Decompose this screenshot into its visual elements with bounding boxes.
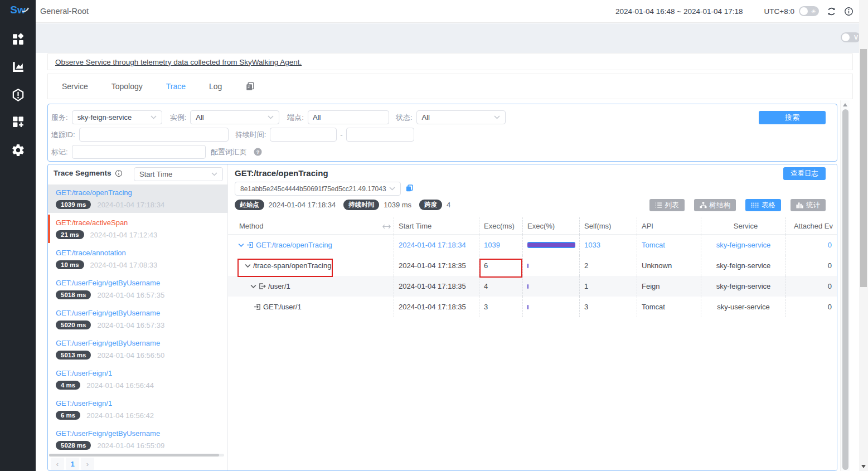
theme-toggle-knob xyxy=(800,7,808,15)
segment-endpoint-link[interactable]: GET:/trace/activeSpan xyxy=(56,218,222,227)
span-start-time: 2024-01-04 17:18:35 xyxy=(394,255,479,276)
scroll-up-arrow-icon[interactable] xyxy=(843,103,847,106)
analytics-icon[interactable] xyxy=(10,59,26,74)
tab-trace[interactable]: Trace xyxy=(166,82,186,91)
list-icon xyxy=(655,202,662,208)
span-row[interactable]: /trace-span/openTracing2024-01-04 17:18:… xyxy=(228,255,837,276)
segment-meta: 10 ms2024-01-04 17:08:33 xyxy=(56,260,222,269)
alerts-icon[interactable] xyxy=(10,87,26,103)
widgets-icon[interactable] xyxy=(10,114,26,129)
view-button-list[interactable]: 列表 xyxy=(649,199,685,211)
span-row[interactable]: GET:/trace/openTracing2024-01-04 17:18:3… xyxy=(228,235,837,255)
trace-segment-item[interactable]: GET:/trace/annotation10 ms2024-01-04 17:… xyxy=(48,245,227,273)
duration-min-input[interactable] xyxy=(270,128,337,142)
segment-endpoint-link[interactable]: GET:/trace/openTracing xyxy=(56,188,222,197)
segments-list: GET:/trace/openTracing1039 ms2024-01-04 … xyxy=(48,184,227,455)
instance-select[interactable]: All xyxy=(190,110,279,124)
sort-select[interactable]: Start Time xyxy=(134,167,223,181)
question-icon[interactable]: ? xyxy=(254,148,262,156)
chevron-down-icon[interactable] xyxy=(250,284,256,289)
trace-segment-item[interactable]: GET:/trace/activeSpan21 ms2024-01-04 17:… xyxy=(48,215,227,243)
span-exec-ms: 6 xyxy=(479,255,523,276)
trace-id-select[interactable]: 8e1abb5e245c4444b50691f75ed5cc21.49.1704… xyxy=(235,182,401,196)
span-table: MethodStart TimeExec(ms)Exec(%)Self(ms)A… xyxy=(228,217,837,317)
segment-endpoint-link[interactable]: GET:/userFeign/getByUsername xyxy=(56,429,222,438)
span-method-label[interactable]: /trace-span/openTracing xyxy=(253,261,331,270)
duration-badge: 1039 ms xyxy=(56,200,91,209)
observe-service-link[interactable]: Observe Service through telemetry data c… xyxy=(55,58,302,66)
info-icon[interactable] xyxy=(844,7,854,16)
refresh-icon[interactable] xyxy=(827,7,836,16)
tab-log[interactable]: Log xyxy=(209,82,222,91)
view-button-table[interactable]: 表格 xyxy=(745,199,781,211)
segment-endpoint-link[interactable]: GET:/userFeign/getByUsername xyxy=(56,279,222,287)
view-button-stats[interactable]: 统计 xyxy=(791,199,826,211)
info-icon[interactable] xyxy=(115,169,123,177)
trace-segment-item[interactable]: GET:/userFeign/getByUsername5013 ms2024-… xyxy=(48,335,227,363)
entry-span-icon xyxy=(246,241,254,249)
service-select[interactable]: sky-feign-service xyxy=(72,110,162,124)
span-service: sky-user-service xyxy=(701,297,786,317)
segment-endpoint-link[interactable]: GET:/userFeign/1 xyxy=(56,399,222,407)
span-method-label[interactable]: /user/1 xyxy=(268,282,290,290)
current-page[interactable]: 1 xyxy=(66,458,79,470)
trace-segment-item[interactable]: GET:/userFeign/getByUsername5020 ms2024-… xyxy=(48,305,227,333)
span-method-label[interactable]: GET:/trace/openTracing xyxy=(256,241,332,249)
segment-meta: 5018 ms2024-01-04 16:57:35 xyxy=(56,290,222,299)
endpoint-input[interactable] xyxy=(308,110,389,124)
column-header-service: Service xyxy=(701,217,786,235)
toolbar-strip: V xyxy=(36,23,868,53)
view-button-tree[interactable]: 树结构 xyxy=(694,199,736,211)
chevron-down-icon[interactable] xyxy=(245,264,251,268)
service-label: 服务: xyxy=(51,113,68,123)
horizontal-scrollbar-thumb[interactable] xyxy=(49,454,219,457)
duration-max-input[interactable] xyxy=(346,128,414,142)
utc-offset[interactable]: UTC+8:0 xyxy=(764,7,794,16)
view-switcher: 列表树结构表格统计 xyxy=(649,199,826,211)
span-service: sky-feign-service xyxy=(701,235,786,255)
trace-segment-item[interactable]: GET:/userFeign/16 ms2024-01-04 16:56:42 xyxy=(48,395,227,424)
settings-icon[interactable] xyxy=(10,142,26,158)
time-range-picker[interactable]: 2024-01-04 16:48 ~ 2024-01-04 17:18 xyxy=(615,7,743,16)
column-resize-icon[interactable] xyxy=(382,222,391,231)
horizontal-scrollbar[interactable] xyxy=(49,454,224,457)
segment-endpoint-link[interactable]: GET:/userFeign/getByUsername xyxy=(56,309,222,317)
trace-segment-item[interactable]: GET:/trace/openTracing1039 ms2024-01-04 … xyxy=(48,184,227,213)
trace-id-input[interactable] xyxy=(79,128,229,142)
span-method-cell: GET:/user/1 xyxy=(228,297,394,317)
span-service: sky-feign-service xyxy=(701,276,786,297)
prev-page-button[interactable]: ‹ xyxy=(51,458,64,470)
trace-segment-item[interactable]: GET:/userFeign/14 ms2024-01-04 16:56:44 xyxy=(48,365,227,394)
panel-scrollbar-thumb[interactable] xyxy=(842,109,848,470)
copy-icon[interactable] xyxy=(405,184,414,192)
status-select[interactable]: All xyxy=(416,110,506,124)
sidebar: Sw xyxy=(0,0,36,471)
view-logs-button[interactable]: 查看日志 xyxy=(783,167,826,180)
segment-endpoint-link[interactable]: GET:/userFeign/1 xyxy=(56,369,222,377)
theme-toggle[interactable]: ☀ xyxy=(799,6,819,16)
tag-input[interactable] xyxy=(72,145,206,159)
span-row[interactable]: GET:/user/12024-01-04 17:18:3533Tomcatsk… xyxy=(228,297,837,317)
span-method-label[interactable]: GET:/user/1 xyxy=(263,303,302,311)
tab-bar: ServiceTopologyTraceLog xyxy=(47,74,853,99)
trace-segment-item[interactable]: GET:/userFeign/getByUsername5018 ms2024-… xyxy=(48,275,227,303)
panel-scrollbar[interactable] xyxy=(840,100,850,471)
scroll-down-arrow-icon[interactable] xyxy=(861,465,866,468)
window-scrollbar-thumb[interactable] xyxy=(860,49,867,287)
next-page-button[interactable]: › xyxy=(81,458,94,470)
version-toggle[interactable]: V xyxy=(841,32,861,42)
dashboard-icon[interactable] xyxy=(10,31,26,47)
chevron-down-icon[interactable] xyxy=(238,243,244,247)
stats-icon xyxy=(796,202,803,208)
trace-segment-item[interactable]: GET:/userFeign/getByUsername5028 ms2024-… xyxy=(48,425,227,454)
tab-service[interactable]: Service xyxy=(62,82,88,91)
window-scrollbar[interactable] xyxy=(859,0,868,471)
config-dict-link[interactable]: 配置词汇页 xyxy=(211,147,247,157)
copy-pages-icon[interactable] xyxy=(245,81,255,91)
segment-endpoint-link[interactable]: GET:/trace/annotation xyxy=(56,249,222,257)
column-header-start: Start Time xyxy=(394,217,479,235)
search-button[interactable]: 搜索 xyxy=(759,111,826,124)
span-row[interactable]: /user/12024-01-04 17:18:3541Feignsky-fei… xyxy=(228,276,837,297)
segment-endpoint-link[interactable]: GET:/userFeign/getByUsername xyxy=(56,339,222,347)
tab-topology[interactable]: Topology xyxy=(111,82,143,91)
